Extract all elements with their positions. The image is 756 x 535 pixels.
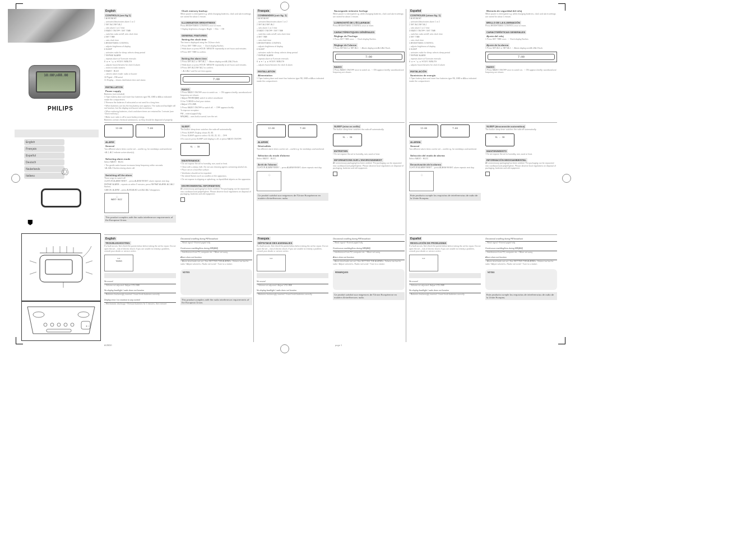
mini-display-2: 7:00 (136, 124, 165, 137)
body-text: 1 Press SET TIME once. → Clock display f… (333, 38, 405, 41)
hdr-power: Power supply (104, 89, 122, 93)
registration-mark-bottom (280, 344, 289, 353)
recycle-icon: ♲ (61, 166, 74, 179)
mini-display-1: 12:00 (104, 124, 133, 137)
compliance-bar-2: Ce produit satisfait aux exigences de l'… (333, 292, 405, 300)
hdr-maint: MAINTENANCE (180, 159, 201, 163)
lang-tab: Italiano (24, 173, 64, 179)
hdr-alarmgen: General (409, 144, 420, 148)
hdr-sleep: SLEEP (desconexión automática) (485, 124, 526, 128)
compliance-bar: Ce produit satisfait aux exigences de l'… (257, 193, 328, 201)
hdr-offalarm: Switching off the alarm (104, 173, 133, 177)
svg-rect-0 (40, 255, 82, 282)
svg-point-19 (71, 323, 74, 326)
alarm-text: Two different alarm times can be set – u… (104, 148, 176, 154)
figure-2: + − (21, 301, 101, 341)
lang-tab: Nederlands (24, 166, 64, 172)
lang-tab: Français (24, 146, 64, 152)
hdr-offalarm: Desactivación de la alarma (409, 163, 442, 167)
hdr-clockmem: Memoria de seguridad del reloj (485, 9, 523, 13)
grey-bar (104, 273, 176, 278)
mini-display-sleep: SL : 30 (485, 133, 514, 146)
display-example-box: 7:00 (485, 52, 557, 62)
figure-1-drawing (30, 241, 92, 288)
svg-point-13 (33, 312, 44, 317)
display-example-box: 7:00 (180, 74, 252, 85)
hdr-env: INFORMATIONS SUR L'ENVIRONNEMENT (333, 158, 383, 162)
display-example-box: 7:00 (333, 52, 405, 62)
mini-display-1: 12:00 (257, 124, 286, 137)
product-photo-body: 10:00\n88.00 (29, 65, 80, 99)
body-text: 1 Open battery door and insert four batt… (409, 77, 481, 82)
lang-name: Español (409, 9, 422, 13)
body-text: Press BRIGHTNESS CONTROL once or more. (333, 25, 405, 27)
body-text: • Do not expose the set to humidity, rai… (333, 153, 405, 156)
hdr-env: INFORMACIÓN MEDIOAMBIENTAL (485, 158, 527, 162)
hdr-selalarm: Selección del modo de alarma (409, 154, 446, 158)
troubleshoot-right: Occasional crackling during FM broadcast… (333, 237, 405, 267)
body-text: All unnecessary packaging has been omitt… (333, 162, 405, 170)
hdr-clockmem: Clock memory backup (180, 9, 208, 13)
body-text: 1 Press SET AL1 or SET AL2. → Alarm disp… (333, 47, 405, 50)
svg-point-14 (78, 312, 89, 317)
hdr-alarmgen: General (104, 144, 115, 148)
body-text: 1 Press RADIO ON/OFF once to switch on. … (333, 69, 405, 74)
lang-name: Français (257, 9, 271, 13)
body-text: All unnecessary packaging has been omitt… (485, 162, 557, 170)
hdr-controls: CONTROLS (see fig 1) (104, 13, 132, 17)
svg-point-18 (64, 323, 67, 326)
compliance-bar: This product complies with the radio int… (104, 215, 176, 223)
body-text: 1 Press RADIO ON/OFF once to switch on. … (485, 69, 557, 74)
column-espanol: Español CONTROLES (véase fig. 1) 1 ALM1/… (409, 9, 557, 342)
lang-tab: Español (24, 153, 64, 159)
controls-list: 1 ALM1/ALM2 – activates/deactivates alar… (257, 17, 328, 66)
body-text: Select RADIO · BUZZ. (257, 158, 328, 160)
setclock-text: The time is displayed using the 24‑hour … (180, 41, 252, 53)
hdr-sleep: SLEEP (180, 124, 191, 128)
dial-illustration: ◯RADIO · BUZZ (104, 193, 129, 213)
row-sep (409, 234, 557, 235)
row-sep (257, 122, 405, 123)
compliance-bar: Este producto cumple los requisitos de i… (409, 193, 481, 201)
checkbox-icon (485, 172, 490, 176)
grey-bar (409, 273, 481, 278)
column-separator-1 (253, 9, 254, 342)
hdr-power: Alimentation (257, 73, 273, 77)
dial-illustration: ◯ (257, 171, 281, 191)
hdr-genfeat: GENERAL FEATURES (180, 34, 208, 38)
hdr-radio: RADIO (333, 65, 343, 69)
hdr-genfeat: CARACTÉRISTIQUES GÉNÉRALES (333, 30, 375, 34)
row-sep (409, 122, 557, 123)
mini-display-sleep: SL : 30 (333, 133, 362, 146)
hdr-alarm: ALARM (104, 140, 115, 144)
lang-name: English (104, 9, 117, 13)
body-text: 24‑HOUR ALARM RESET – press ALARM RESET;… (409, 167, 481, 169)
hdr-setclock: Setting the clock time (180, 38, 207, 41)
hdr-setalarm: Ajuste de la alarma (485, 43, 509, 47)
display-illustration (41, 188, 81, 207)
hdr-controls: CONTROLES (véase fig. 1) (409, 13, 442, 17)
row-sep (104, 122, 252, 123)
figure-2-drawing: + − (22, 301, 100, 340)
column-francais: Français COMMANDES (voir fig. 1) 1 ALM1/… (257, 9, 405, 342)
hdr-trouble: RESOLUCIÓN DE PROBLEMAS (409, 241, 447, 245)
body-text: When power is interrupted e.g. while cha… (333, 13, 405, 18)
mini-display-2: 7:00 (288, 124, 317, 137)
lang-name-repeat: Español (409, 237, 422, 241)
body-text: 24‑HOUR ALARM RESET – press ALARM RESET;… (257, 167, 328, 169)
hdr-selalarm: Sélection du mode d'alarme (257, 154, 291, 158)
body-text: 1 Open battery door and insert four batt… (257, 77, 328, 82)
hdr-maint: MANTENIMIENTO (485, 149, 508, 153)
brand-logo: PHILIPS (21, 105, 100, 112)
svg-text:+ −: + − (86, 324, 90, 328)
dial-illustration-2: ⟲ ⟳TUNING (104, 255, 133, 271)
trouble-intro: If a fault occurs, first check the point… (257, 245, 328, 253)
troubleshoot-left: No sound– Volume not adjusted • Adjust V… (104, 279, 176, 307)
lang-name-repeat: English (104, 237, 117, 241)
hdr-setalarm: Setting the alarm time (180, 57, 208, 61)
grey-bar (257, 273, 328, 278)
registration-mark-left (11, 174, 20, 183)
svg-point-17 (57, 323, 61, 326)
hdr-radio: RADIO (485, 65, 495, 69)
hdr-setclock: Ajuste del reloj (485, 34, 505, 38)
